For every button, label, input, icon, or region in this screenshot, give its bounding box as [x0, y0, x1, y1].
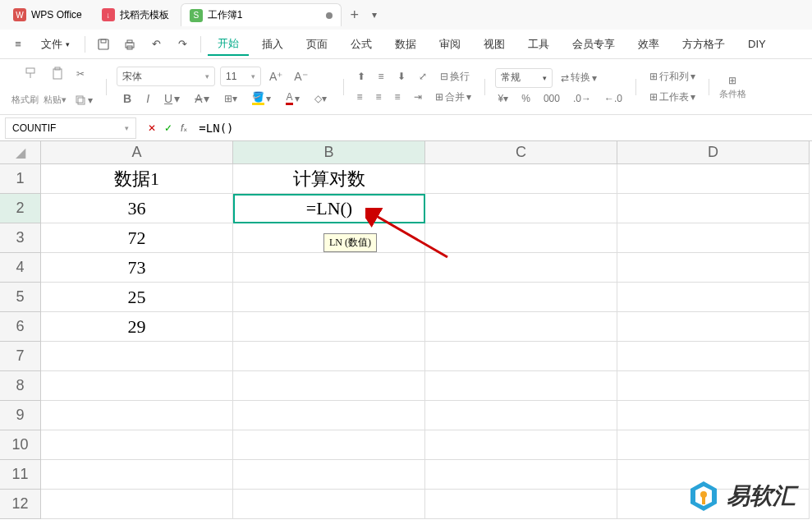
align-middle-icon[interactable]: ≡	[375, 68, 388, 85]
cell-b11[interactable]	[233, 460, 425, 490]
print-icon[interactable]	[118, 33, 141, 56]
row-header-9[interactable]: 9	[0, 401, 41, 430]
menu-diy[interactable]: DIY	[738, 34, 776, 53]
menu-page[interactable]: 页面	[296, 34, 337, 55]
conditional-format-icon[interactable]: ⊞	[725, 73, 740, 88]
align-bottom-icon[interactable]: ⬇	[394, 68, 409, 85]
paste-label[interactable]: 粘贴▾	[44, 94, 67, 106]
wrap-text-button[interactable]: ⊟ 换行	[437, 68, 473, 85]
strikethrough-icon[interactable]: A▾	[191, 90, 213, 107]
tab-menu-dropdown[interactable]: ▾	[365, 9, 383, 21]
row-header-12[interactable]: 12	[0, 490, 41, 519]
font-name-select[interactable]: 宋体▾	[117, 67, 215, 86]
convert-button[interactable]: ⇄ 转换▾	[557, 68, 600, 88]
rows-cols-button[interactable]: ⊞ 行和列▾	[646, 68, 699, 85]
row-header-1[interactable]: 1	[0, 164, 41, 194]
cell-d10[interactable]	[617, 430, 810, 460]
comma-icon[interactable]: 000	[540, 91, 563, 106]
menu-view[interactable]: 视图	[474, 34, 515, 55]
name-box[interactable]: COUNTIF ▾	[5, 117, 136, 139]
increase-font-icon[interactable]: A⁺	[266, 68, 286, 85]
cell-b10[interactable]	[233, 430, 425, 460]
align-right-icon[interactable]: ≡	[392, 89, 404, 106]
menu-member[interactable]: 会员专享	[562, 34, 625, 55]
percent-icon[interactable]: %	[518, 91, 534, 106]
app-menu-icon[interactable]: ≡	[7, 33, 30, 56]
cell-a1[interactable]: 数据1	[41, 164, 233, 194]
cell-b6[interactable]	[233, 312, 425, 342]
redo-icon[interactable]: ↷	[171, 33, 194, 56]
cell-c4[interactable]	[425, 253, 617, 283]
paste-icon[interactable]	[47, 65, 68, 83]
cell-c3[interactable]	[425, 223, 617, 253]
decrease-decimal-icon[interactable]: ←.0	[601, 91, 626, 106]
row-header-5[interactable]: 5	[0, 283, 41, 312]
save-icon[interactable]	[92, 33, 115, 56]
cell-a11[interactable]	[41, 460, 233, 490]
cell-d8[interactable]	[617, 371, 810, 401]
cell-b4[interactable]	[233, 253, 425, 283]
underline-icon[interactable]: U▾	[161, 90, 183, 107]
currency-icon[interactable]: ¥▾	[495, 91, 512, 106]
fill-color-icon[interactable]: 🪣▾	[249, 90, 274, 107]
number-format-select[interactable]: 常规▾	[495, 68, 553, 88]
cell-b1[interactable]: 计算对数	[233, 164, 425, 194]
row-header-6[interactable]: 6	[0, 312, 41, 342]
row-header-10[interactable]: 10	[0, 430, 41, 460]
undo-icon[interactable]: ↶	[145, 33, 167, 56]
cell-b7[interactable]	[233, 342, 425, 371]
tab-workbook[interactable]: S 工作簿1	[181, 3, 342, 26]
cut-icon[interactable]: ✂	[73, 67, 88, 81]
cell-c11[interactable]	[425, 460, 617, 490]
accept-formula-icon[interactable]: ✓	[164, 122, 172, 134]
cell-b2[interactable]: =LN()	[233, 194, 425, 223]
cell-d3[interactable]	[617, 223, 810, 253]
align-center-icon[interactable]: ≡	[373, 89, 385, 106]
menu-fangfang[interactable]: 方方格子	[672, 34, 735, 55]
cell-a5[interactable]: 25	[41, 283, 233, 312]
menu-tools[interactable]: 工具	[518, 34, 559, 55]
cell-c1[interactable]	[425, 164, 617, 194]
cell-d7[interactable]	[617, 342, 810, 371]
row-header-2[interactable]: 2	[0, 194, 41, 223]
tab-template[interactable]: ↓ 找稻壳模板	[94, 3, 177, 26]
select-all-corner[interactable]: ◢	[0, 141, 41, 164]
cell-b8[interactable]	[233, 371, 425, 401]
cell-a4[interactable]: 73	[41, 253, 233, 283]
col-header-a[interactable]: A	[41, 141, 233, 164]
cancel-formula-icon[interactable]: ✕	[148, 122, 156, 134]
format-painter-icon[interactable]	[21, 65, 42, 83]
cell-c7[interactable]	[425, 342, 617, 371]
cell-d4[interactable]	[617, 253, 810, 283]
cell-d5[interactable]	[617, 283, 810, 312]
align-top-icon[interactable]: ⬆	[354, 68, 369, 85]
indent-icon[interactable]: ⇥	[411, 89, 425, 106]
cell-c5[interactable]	[425, 283, 617, 312]
cell-c6[interactable]	[425, 312, 617, 342]
conditional-format-label[interactable]: 条件格	[719, 88, 746, 100]
increase-decimal-icon[interactable]: .0→	[570, 91, 594, 106]
row-header-3[interactable]: 3	[0, 223, 41, 253]
row-header-11[interactable]: 11	[0, 460, 41, 490]
worksheet-button[interactable]: ⊞ 工作表▾	[646, 89, 699, 106]
menu-insert[interactable]: 插入	[252, 34, 293, 55]
cell-b9[interactable]	[233, 401, 425, 430]
add-tab-button[interactable]: +	[343, 7, 365, 24]
cell-d9[interactable]	[617, 401, 810, 430]
cell-d6[interactable]	[617, 312, 810, 342]
border-icon[interactable]: ⊞▾	[221, 91, 241, 106]
orientation-icon[interactable]: ⤢	[415, 68, 430, 85]
row-header-4[interactable]: 4	[0, 253, 41, 283]
cell-b12[interactable]	[233, 490, 425, 519]
menu-data[interactable]: 数据	[385, 34, 426, 55]
italic-icon[interactable]: I	[143, 90, 153, 107]
file-menu[interactable]: 文件 ▾	[33, 34, 78, 55]
menu-formula[interactable]: 公式	[341, 34, 382, 55]
decrease-font-icon[interactable]: A⁻	[291, 68, 310, 85]
cell-a10[interactable]	[41, 430, 233, 460]
align-left-icon[interactable]: ≡	[354, 89, 366, 106]
cell-c10[interactable]	[425, 430, 617, 460]
menu-efficiency[interactable]: 效率	[628, 34, 669, 55]
col-header-d[interactable]: D	[617, 141, 810, 164]
cell-a8[interactable]	[41, 371, 233, 401]
